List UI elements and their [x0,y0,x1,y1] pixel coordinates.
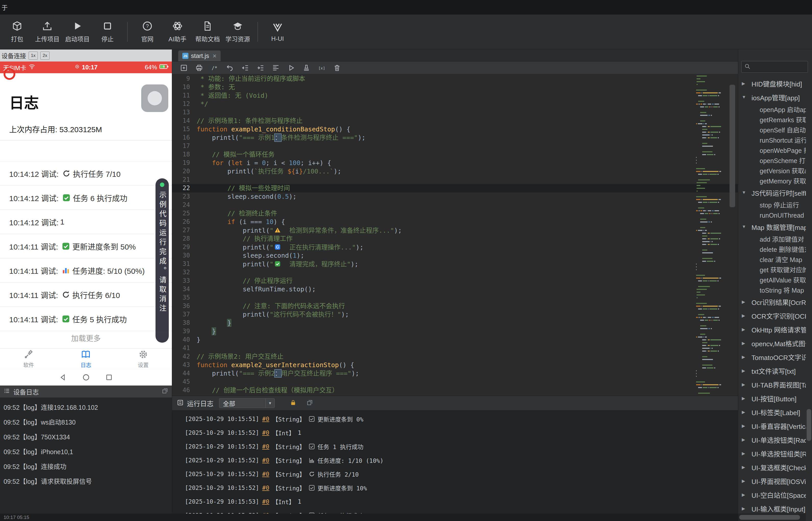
editor-scrollbar[interactable] [729,74,736,396]
recents-button[interactable] [105,373,113,382]
toolbar-ai-button[interactable]: AI助手 [162,18,193,46]
run-button[interactable] [287,64,295,72]
phone-tab-software[interactable]: 软件 [0,349,57,369]
api-tree-group[interactable]: ▶HID键盘模块[hid] [738,76,806,90]
print-button[interactable] [195,64,203,72]
lock-scroll-button[interactable] [289,399,297,407]
api-tree-method[interactable]: add 添加键值对 [738,234,806,244]
menu-about[interactable]: 于 [2,3,8,12]
scale-1x-button[interactable]: 1x [28,51,38,60]
api-tree-group[interactable]: ▶UI-按钮[Button] [738,391,806,405]
api-tree-label: UI-空白站位[Space] [751,490,806,500]
chevron-right-icon: ▶ [742,341,751,346]
api-tree-group[interactable]: ▶OkHttp 网络请求管理[OkHttp] [738,322,806,336]
format-comment-button[interactable]: /* [211,64,219,72]
api-tree-method[interactable]: openScheme 打开scheme [738,155,806,165]
api-tree-method[interactable]: runOnUIThread ui线程运行 [738,210,806,220]
api-tree-method[interactable]: openSelf 自启动 [738,124,806,135]
toolbar-play-button[interactable]: 启动项目 [62,18,92,46]
api-tree-group[interactable]: ▶UI-TAB界面视图[TabView] [738,378,806,391]
toolbar-package-button[interactable]: 打包 [2,18,32,46]
api-tree-group[interactable]: ▶UI-标签类[Label] [738,405,806,419]
assistive-ball[interactable] [141,85,168,112]
api-panel-hscrollbar[interactable] [738,514,806,521]
device-log-open-button[interactable] [162,388,168,395]
api-tree-method[interactable]: getRemarks 获取卡密备注 [738,114,806,124]
api-tree-group[interactable]: ▼JS代码运行时[selfRunTime] [738,186,806,200]
api-tree-group[interactable]: ▶UI-单选按钮类[RadioButton] [738,433,806,447]
code-editor[interactable]: 9 * 功能: 停止当前运行的程序或脚本10 * 参数: 无11 * 返回值: … [172,74,738,396]
log-filter-select[interactable]: 全部 ▾ [219,398,275,408]
toolbar-stop-button[interactable]: 停止 [92,18,123,46]
api-tree-group[interactable]: ▼Map 数据管理[map] [738,220,806,234]
api-tree-group[interactable]: ▶UI-垂直容器[Vertical] [738,419,806,433]
phone-tab-settings[interactable]: 设置 [115,349,172,369]
api-tree-method[interactable]: toString 将 Map 转换 [738,285,806,295]
toolbar-doc-button[interactable]: 帮助文档 [193,18,223,46]
editor-scrollbar-thumb[interactable] [729,85,735,207]
close-tab-icon[interactable]: × [213,52,217,60]
stamp-button[interactable] [302,64,310,72]
api-tree-group[interactable]: ▶UI-单选按钮组类[RadioGroup] [738,447,806,460]
log-message: 更新进度条到 0% [317,415,364,423]
code-line: 11 * 返回值: 无 (Void) [172,91,738,100]
api-tree-group[interactable]: ▶opencv,Mat格式图像[Mat] [738,336,806,350]
api-tree-method[interactable]: clear 清空 Map [738,254,806,264]
api-tree-group[interactable]: ▶UI-输入框类[Input] [738,502,806,513]
stop-icon [102,20,113,32]
api-tree-label: runShortcut 运行快捷指令 [760,135,806,144]
regex-button[interactable]: [x] [317,64,326,72]
device-mirror-screen[interactable]: 无SIM卡 10:17 64% 日志 上次内存占用: 53.203125M [0,62,172,386]
api-search-box[interactable] [741,61,808,73]
code-line: 39 } [172,327,738,336]
api-tree-method[interactable]: openApp 启动app [738,104,806,114]
api-tree-method[interactable]: stop 停止运行 [738,200,806,210]
api-search-input[interactable] [753,63,808,70]
toolbar-question-button[interactable]: ?官网 [132,18,162,46]
add-grid-button[interactable] [180,64,188,72]
load-more-button[interactable]: 加载更多 [0,333,172,343]
api-tree-group[interactable]: ▶TomatoOCR文字识别[TomatoOCR] [738,350,806,364]
api-tree-group[interactable]: ▶UI-复选框类[CheckBox] [738,460,806,474]
code-line: 21 [172,176,738,184]
editor-minimap[interactable] [696,75,721,395]
indent-button[interactable] [256,64,265,72]
api-tree-group[interactable]: ▶UI-界面视图[IOSView] [738,474,806,488]
api-tree-group[interactable]: ▶Ocr识别结果[OcrResult] [738,295,806,309]
code-line: 26 if (i === 10) { [172,218,738,226]
api-panel-scrollbar-thumb[interactable] [807,409,811,441]
toolbar-hui-button[interactable]: H-UI [263,18,293,46]
api-panel-scrollbar[interactable] [806,61,812,513]
scale-2x-button[interactable]: 2x [40,51,49,60]
api-tree-group[interactable]: ▶txt文件读写[txt] [738,364,806,378]
outdent-button[interactable] [241,64,249,72]
api-tree-method[interactable]: getVersion 获取app版本 [738,165,806,176]
back-button[interactable] [59,373,67,382]
toolbar-learn-button[interactable]: 学习资源 [223,18,253,46]
home-button[interactable] [82,373,90,382]
code-line: 29 printl(" 正在执行清理操作..."); [172,243,738,251]
line-number: 12 [172,100,197,108]
log-type-tag: 【Int】 [272,497,295,506]
format-code-button[interactable] [272,64,280,72]
api-tree-group[interactable]: ▶UI-空白站位[Space] [738,488,806,502]
phone-tab-logs[interactable]: 日志 [57,349,114,369]
clear-button[interactable] [333,64,341,72]
api-tree-method[interactable]: runShortcut 运行快捷指令 [738,135,806,145]
api-tree-method[interactable]: getAllValue 获取所有值 [738,274,806,285]
tab-start-js[interactable]: JS start.js × [178,50,221,61]
open-in-new-button[interactable] [306,399,313,407]
log-time: 10:14:12 调试: [9,217,59,228]
toolbar-upload-button[interactable]: 上传项目 [32,18,62,46]
chevron-down-icon: ▼ [742,95,751,100]
api-tree-method[interactable]: openWebPage 打开网页 [738,145,806,155]
api-panel-hscrollbar-thumb[interactable] [739,515,800,520]
api-tree-group[interactable]: ▶OCR文字识别[OCR] [738,309,806,322]
code-line: 18 // 模拟一个循环任务 [172,150,738,159]
api-tree-group[interactable]: ▼iosApp管理[app] [738,90,806,104]
floating-toast-note[interactable]: 示例代码运行完成。请取消注 [155,178,169,343]
api-tree-method[interactable]: get 获取键对应的值 [738,264,806,274]
api-tree-method[interactable]: delete 删除键值对 [738,244,806,254]
undo-button[interactable] [226,64,234,72]
api-tree-method[interactable]: getMemory 获取app内存 [738,176,806,186]
